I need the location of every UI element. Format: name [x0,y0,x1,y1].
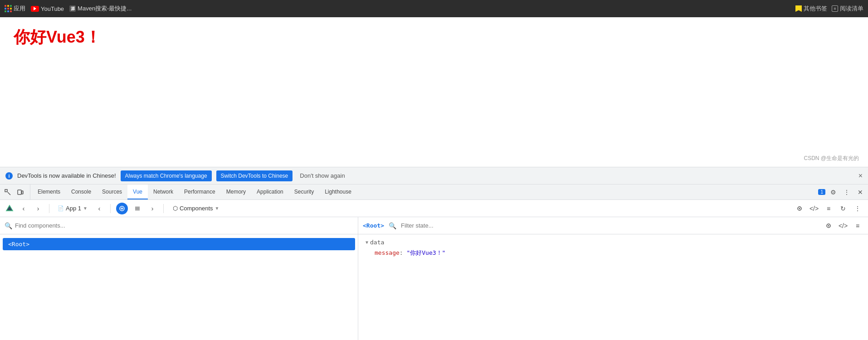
divider-1 [49,204,49,213]
state-content: ▼ data message: 你好Vue3！ [358,234,868,265]
forward-button[interactable]: › [33,203,44,214]
tab-console[interactable]: Console [66,185,97,199]
vue-toolbar-right: </> ≡ ↻ ⋮ [794,203,863,214]
svg-rect-1 [18,190,21,194]
tab-security[interactable]: Security [289,185,319,199]
component-tree: 🔍 <Root> [0,217,358,340]
vue-panel: 🔍 <Root> <Root> 🔍 </> ≡ ▼ [0,217,868,340]
screenshot-button[interactable] [794,203,805,214]
svg-rect-0 [5,189,7,192]
state-header-right: </> ≡ [823,220,863,232]
tree-content: <Root> [0,234,358,340]
app-selector[interactable]: 📄 App 1 ▼ [55,204,90,213]
state-code-button[interactable]: </> [837,220,849,232]
youtube-tab[interactable]: YouTube [31,5,64,12]
svg-rect-2 [22,191,23,194]
maven-icon: 源 [69,5,76,12]
refresh-button[interactable]: ↻ [837,203,849,214]
divider-2 [110,204,111,213]
state-panel: <Root> 🔍 </> ≡ ▼ data message: 你好Vue3！ [358,217,868,340]
file-icon: 📄 [58,205,64,211]
devtools-tabs-right: 1 ⚙ ⋮ ✕ [818,185,866,199]
maven-label: Maven搜索-最快捷... [78,5,132,13]
svg-point-12 [799,208,800,209]
root-component-item[interactable]: <Root> [3,238,355,250]
state-header: <Root> 🔍 </> ≡ [358,217,868,234]
tab-lighthouse[interactable]: Lighthouse [319,185,357,199]
tab-performance[interactable]: Performance [179,185,221,199]
component-list-button[interactable] [132,203,143,214]
settings-button[interactable]: ⚙ [827,186,839,198]
browser-bar: 应用 YouTube 源 Maven搜索-最快捷... 其他书签 ≡ 阅读清单 [0,0,868,17]
data-section: ▼ data message: 你好Vue3！ [366,239,861,258]
youtube-label: YouTube [41,5,64,12]
match-language-button[interactable]: Always match Chrome's language [121,170,212,181]
message-key: message [375,249,400,256]
component-search-input[interactable] [15,222,353,229]
tab-sources[interactable]: Sources [97,185,127,199]
message-value: 你好Vue3！ [406,249,445,256]
app-label: App 1 [66,205,81,212]
tab-application[interactable]: Application [251,185,289,199]
selected-component-tag: <Root> [363,222,384,229]
tab-vue[interactable]: Vue [127,185,148,199]
device-toggle-button[interactable] [15,186,26,198]
switch-chinese-button[interactable]: Switch DevTools to Chinese [216,170,293,181]
component-expand-button[interactable]: › [147,203,158,214]
state-more-button[interactable]: ≡ [852,220,863,232]
state-filter-input[interactable] [401,222,818,229]
more-tools-button[interactable]: ⋮ [841,186,853,198]
back-button[interactable]: ‹ [18,203,29,214]
reader-item[interactable]: ≡ 阅读清单 [832,5,863,13]
bookmarks-item[interactable]: 其他书签 [795,5,827,13]
components-dropdown-button[interactable]: ⬡ Components ▼ [169,204,223,213]
data-arrow-icon: ▼ [366,240,368,245]
data-property: message: 你好Vue3！ [366,248,861,258]
component-tree-button[interactable] [116,203,128,214]
maven-tab[interactable]: 源 Maven搜索-最快捷... [69,5,132,13]
youtube-icon [31,6,39,12]
bookmark-icon [795,5,802,12]
notice-info-icon: i [5,172,13,180]
vue-logo [5,204,15,214]
data-label: ▼ data [366,239,861,246]
reader-label: 阅读清单 [840,5,863,13]
app-chevron-icon: ▼ [83,206,88,211]
page-content: 你好Vue3！ CSDN @生命是有光的 [0,17,868,167]
tab-memory[interactable]: Memory [221,185,251,199]
components-chevron-icon: ▼ [215,206,219,211]
state-search-icon: 🔍 [389,222,396,229]
component-search-bar: 🔍 [0,217,358,234]
tab-network[interactable]: Network [148,185,179,199]
bookmarks-label: 其他书签 [804,5,827,13]
notice-close-button[interactable]: × [858,172,863,180]
state-screenshot-button[interactable] [823,220,834,232]
tab-elements[interactable]: Elements [32,185,66,199]
vue-toolbar: ‹ › 📄 App 1 ▼ ‹ › ⬡ Components ▼ </> ≡ ↻… [0,199,868,217]
code-button[interactable]: </> [808,203,820,214]
dont-show-again-button[interactable]: Don't show again [297,170,347,181]
browser-bar-right: 其他书签 ≡ 阅读清单 [795,5,863,13]
settings-icon-button[interactable]: ≡ [823,203,834,214]
devtools-tabs-left [2,185,30,199]
node-icon: ⬡ [173,205,178,212]
svg-point-14 [828,225,829,226]
close-devtools-button[interactable]: ✕ [854,186,866,198]
devtools-tabs: Elements Console Sources Vue Network Per… [0,184,868,199]
page-heading: 你好Vue3！ [14,26,854,49]
app-nav-prev[interactable]: ‹ [94,203,105,214]
apps-label: 应用 [14,5,25,13]
reader-icon: ≡ [832,5,838,12]
console-badge: 1 [818,189,825,195]
data-section-label: data [370,239,384,246]
apps-icon[interactable]: 应用 [5,5,25,13]
devtools-tabs-list: Elements Console Sources Vue Network Per… [32,185,818,199]
components-label: Components [180,205,213,212]
more-options-button[interactable]: ⋮ [852,203,863,214]
inspect-button[interactable] [2,186,14,198]
notice-text: DevTools is now available in Chinese! [17,172,116,179]
divider-3 [163,204,164,213]
search-icon: 🔍 [5,222,12,229]
prop-colon: : [400,249,407,256]
devtools-notice: i DevTools is now available in Chinese! … [0,167,868,184]
